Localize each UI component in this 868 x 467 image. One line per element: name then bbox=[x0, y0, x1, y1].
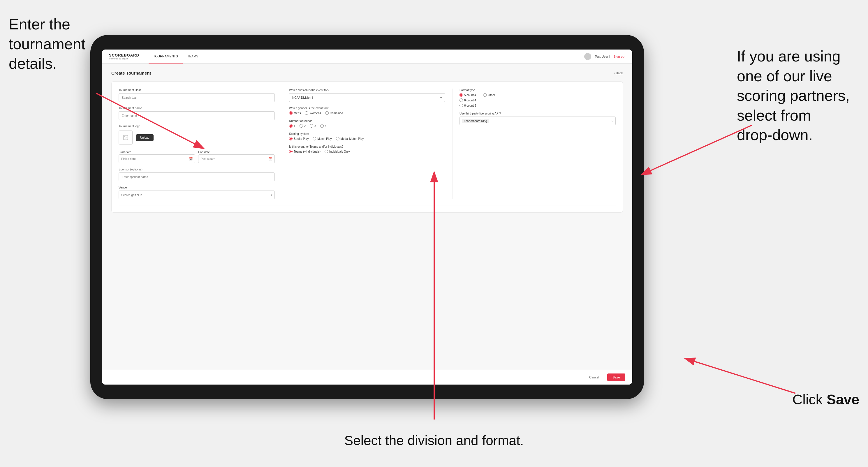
format-other-label: Other bbox=[488, 94, 495, 97]
format-type-label: Format type bbox=[460, 89, 616, 92]
gender-radio-group: Mens Womens Combined bbox=[289, 111, 445, 115]
rounds-1-label: 1 bbox=[294, 124, 296, 128]
sponsor-group: Sponsor (optional) bbox=[119, 168, 275, 181]
rounds-4[interactable]: 4 bbox=[320, 124, 327, 128]
rounds-3-label: 3 bbox=[314, 124, 316, 128]
end-date-input[interactable] bbox=[198, 154, 275, 163]
back-button[interactable]: Back bbox=[614, 71, 623, 75]
rounds-label: Number of rounds bbox=[289, 119, 445, 123]
live-scoring-value: Leaderboard King bbox=[462, 119, 489, 123]
format-6count4-label: 6 count 4 bbox=[464, 99, 476, 102]
scoring-match[interactable]: Match Play bbox=[313, 137, 332, 141]
gender-mens[interactable]: Mens bbox=[289, 111, 301, 115]
division-group: Which division is the event for? NCAA Di… bbox=[289, 89, 445, 102]
nav-bar: SCOREBOARD Powered by clippit TOURNAMENT… bbox=[102, 50, 632, 63]
tournament-logo-group: Tournament logo Upload bbox=[119, 125, 275, 145]
page-header: Create Tournament Back bbox=[111, 70, 623, 75]
scoring-stroke-label: Stroke Play bbox=[294, 137, 309, 141]
form-card: Tournament Host Tournament name Tourname… bbox=[111, 81, 623, 213]
logo-placeholder bbox=[119, 130, 132, 145]
tablet-frame: SCOREBOARD Powered by clippit TOURNAMENT… bbox=[90, 35, 644, 399]
logo-title: SCOREBOARD bbox=[109, 53, 139, 57]
rounds-group: Number of rounds 1 2 bbox=[289, 119, 445, 128]
gender-mens-label: Mens bbox=[294, 112, 301, 115]
start-date-input[interactable] bbox=[119, 154, 195, 163]
user-label: Test User | bbox=[595, 55, 610, 58]
upload-button[interactable]: Upload bbox=[136, 134, 154, 141]
event-teams[interactable]: Teams (+Individuals) bbox=[289, 150, 320, 153]
event-individuals-label: Individuals Only bbox=[329, 150, 350, 153]
venue-input[interactable] bbox=[119, 190, 275, 199]
signout-link[interactable]: Sign out bbox=[614, 55, 625, 58]
format-counts: 5 count 4 6 count 4 6 count 5 bbox=[460, 93, 476, 107]
annotation-top-left: Enter the tournament details. bbox=[9, 14, 85, 74]
gender-combined-label: Combined bbox=[330, 112, 343, 115]
format-other-option[interactable]: Other bbox=[483, 93, 495, 97]
middle-column: Which division is the event for? NCAA Di… bbox=[289, 89, 445, 199]
scoring-match-label: Match Play bbox=[317, 137, 332, 141]
annotation-bottom-right: Click Save bbox=[793, 391, 859, 409]
start-date-label: Start date bbox=[119, 151, 131, 154]
scoring-medal[interactable]: Medal Match Play bbox=[336, 137, 364, 141]
start-date-group: Start date 📅 bbox=[119, 149, 195, 163]
live-scoring-group: Use third-party live scoring API? Leader… bbox=[460, 112, 616, 125]
nav-links: TOURNAMENTS TEAMS bbox=[149, 50, 584, 63]
venue-group: Venue ▾ bbox=[119, 186, 275, 199]
venue-input-wrap: ▾ bbox=[119, 190, 275, 199]
venue-label: Venue bbox=[119, 186, 275, 189]
end-date-label: End date bbox=[198, 151, 210, 154]
col-separator-1 bbox=[282, 89, 282, 199]
end-date-wrap: 📅 bbox=[198, 154, 275, 163]
date-row: Start date 📅 End date bbox=[119, 149, 275, 163]
division-label: Which division is the event for? bbox=[289, 89, 445, 92]
save-button[interactable]: Save bbox=[607, 373, 625, 381]
event-type-radio-group: Teams (+Individuals) Individuals Only bbox=[289, 150, 445, 153]
page-content: Create Tournament Back Tournament Host T… bbox=[102, 63, 632, 370]
sponsor-label: Sponsor (optional) bbox=[119, 168, 275, 171]
nav-link-teams[interactable]: TEAMS bbox=[183, 50, 203, 63]
rounds-4-label: 4 bbox=[325, 124, 327, 128]
scoring-radio-group: Stroke Play Match Play Medal Match Play bbox=[289, 137, 445, 141]
gender-womens[interactable]: Womens bbox=[305, 111, 321, 115]
tournament-name-group: Tournament name bbox=[119, 106, 275, 120]
format-5count4[interactable]: 5 count 4 bbox=[460, 93, 476, 97]
format-type-group: Format type 5 count 4 6 count bbox=[460, 89, 616, 107]
event-individuals[interactable]: Individuals Only bbox=[324, 150, 350, 153]
chevron-down-icon: ▾ bbox=[271, 193, 273, 197]
event-type-group: Is this event for Teams and/or Individua… bbox=[289, 145, 445, 153]
format-6count4[interactable]: 6 count 4 bbox=[460, 98, 476, 102]
end-date-group: End date 📅 bbox=[198, 149, 275, 163]
col-separator-2 bbox=[452, 89, 453, 199]
logo-sub: Powered by clippit bbox=[109, 57, 139, 60]
calendar-icon: 📅 bbox=[189, 157, 193, 161]
avatar bbox=[584, 53, 591, 60]
scoring-stroke[interactable]: Stroke Play bbox=[289, 137, 309, 141]
gender-combined[interactable]: Combined bbox=[325, 111, 343, 115]
tournament-name-input[interactable] bbox=[119, 111, 275, 120]
right-column: Format type 5 count 4 6 count bbox=[460, 89, 616, 199]
tablet-screen: SCOREBOARD Powered by clippit TOURNAMENT… bbox=[102, 50, 632, 384]
live-scoring-tag-input[interactable]: Leaderboard King × bbox=[460, 117, 616, 125]
tournament-host-label: Tournament Host bbox=[119, 89, 275, 92]
rounds-3[interactable]: 3 bbox=[310, 124, 316, 128]
left-column: Tournament Host Tournament name Tourname… bbox=[119, 89, 275, 199]
calendar-icon-end: 📅 bbox=[268, 157, 273, 161]
start-date-wrap: 📅 bbox=[119, 154, 195, 163]
live-scoring-label: Use third-party live scoring API? bbox=[460, 112, 616, 115]
annotation-top-right: If you are using one of our live scoring… bbox=[737, 46, 859, 145]
dates-group: Start date 📅 End date bbox=[119, 149, 275, 163]
format-6count5[interactable]: 6 count 5 bbox=[460, 104, 476, 107]
cancel-button[interactable]: Cancel bbox=[584, 373, 604, 381]
rounds-2[interactable]: 2 bbox=[300, 124, 306, 128]
nav-link-tournaments[interactable]: TOURNAMENTS bbox=[149, 50, 183, 63]
rounds-1[interactable]: 1 bbox=[289, 124, 296, 128]
clear-icon[interactable]: × bbox=[611, 119, 614, 123]
sponsor-input[interactable] bbox=[119, 173, 275, 181]
tournament-host-input[interactable] bbox=[119, 93, 275, 102]
nav-right: Test User | Sign out bbox=[584, 53, 625, 60]
format-6count5-label: 6 count 5 bbox=[464, 104, 476, 107]
gender-group: Which gender is the event for? Mens Wome… bbox=[289, 106, 445, 115]
format-other: Other bbox=[483, 93, 495, 107]
rounds-radio-group: 1 2 3 bbox=[289, 124, 445, 128]
division-select[interactable]: NCAA Division I bbox=[289, 93, 445, 102]
